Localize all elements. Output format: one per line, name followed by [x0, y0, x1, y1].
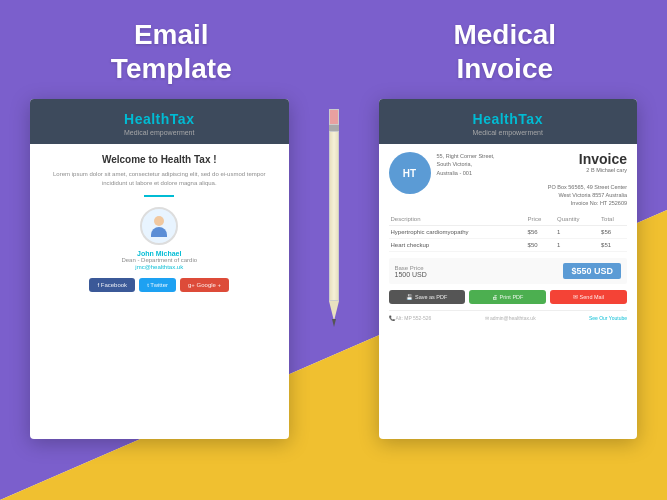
email-avatar-section: John Michael Dean - Department of cardio…: [42, 207, 277, 270]
invoice-table: Description Price Quantity Total Hypertr…: [389, 213, 628, 252]
person-head: [154, 216, 164, 226]
invoice-label: Invoice: [548, 152, 627, 166]
invoice-to-section: Invoice 2 B Michael cary PO Box 56565, 4…: [548, 152, 627, 207]
invoice-total-row: Base Price 1500 USD $550 USD: [389, 258, 628, 284]
medical-invoice-card: HealthTax Medical empowerment HT 55, Rig…: [379, 99, 638, 439]
row2-total: $51: [599, 239, 627, 252]
invoice-footer-phone: 📞 Alt: MP 552-526: [389, 315, 432, 321]
table-row: Hypertrophic cardiomyopathy $56 1 $56: [389, 226, 628, 239]
email-brand: HealthTax: [40, 111, 279, 127]
email-lorem-text: Lorem ipsum dolor sit amet, consectetur …: [42, 170, 277, 187]
row1-price: $56: [526, 226, 556, 239]
email-divider: [144, 195, 174, 197]
row1-desc: Hypertrophic cardiomyopathy: [389, 226, 526, 239]
table-row: Heart checkup $50 1 $51: [389, 239, 628, 252]
invoice-subtitle: Medical empowerment: [389, 129, 628, 136]
main-content: Email Template Medical Invoice HealthTax…: [0, 0, 667, 500]
email-body: Welcome to Health Tax ! Lorem ipsum dolo…: [30, 144, 289, 310]
social-buttons-row: f Facebook t Twitter g+ Google +: [42, 278, 277, 292]
pencil-body: [329, 131, 339, 301]
invoice-to-address: PO Box 56565, 49 Street Center West Vict…: [548, 174, 627, 199]
col-quantity: Quantity: [555, 213, 599, 226]
pencil-point: [332, 319, 336, 327]
row1-total: $56: [599, 226, 627, 239]
invoice-card-header: HealthTax Medical empowerment: [379, 99, 638, 144]
google-button[interactable]: g+ Google +: [180, 278, 229, 292]
invoice-to-name: 2 B Michael cary: [548, 166, 627, 174]
pencil: [328, 109, 340, 329]
invoice-action-buttons: 💾 Save as PDF 🖨 Print PDF ✉ Send Mail: [389, 290, 628, 304]
base-price-value: 1500 USD: [395, 271, 427, 278]
print-pdf-button[interactable]: 🖨 Print PDF: [469, 290, 546, 304]
total-amount: $550 USD: [563, 263, 621, 279]
invoice-number: Invoice No: HT 252609: [548, 199, 627, 207]
row2-price: $50: [526, 239, 556, 252]
background-container: Email Template Medical Invoice HealthTax…: [0, 0, 667, 500]
invoice-base-price: Base Price 1500 USD: [395, 265, 427, 278]
invoice-footer: 📞 Alt: MP 552-526 ✉ admin@healthtax.uk S…: [389, 310, 628, 321]
email-welcome-text: Welcome to Health Tax !: [42, 154, 277, 165]
email-subtitle: Medical empowerment: [40, 129, 279, 136]
row2-qty: 1: [555, 239, 599, 252]
person-email: jmc@healthtax.uk: [135, 264, 183, 270]
invoice-top-section: HT 55, Right Corner Street, South Victor…: [389, 152, 628, 207]
avatar-circle: [140, 207, 178, 245]
cards-row: HealthTax Medical empowerment Welcome to…: [0, 99, 667, 439]
send-mail-button[interactable]: ✉ Send Mail: [550, 290, 627, 304]
col-total: Total: [599, 213, 627, 226]
col-description: Description: [389, 213, 526, 226]
invoice-footer-link[interactable]: See Our Youtube: [589, 315, 627, 321]
row1-qty: 1: [555, 226, 599, 239]
facebook-button[interactable]: f Facebook: [89, 278, 135, 292]
person-name: John Michael: [137, 250, 181, 257]
email-card-header: HealthTax Medical empowerment: [30, 99, 289, 144]
invoice-body: HT 55, Right Corner Street, South Victor…: [379, 144, 638, 329]
pencil-tip: [329, 301, 339, 321]
invoice-logo-circle: HT: [389, 152, 431, 194]
twitter-button[interactable]: t Twitter: [139, 278, 176, 292]
email-template-title: Email Template: [111, 18, 232, 85]
row2-desc: Heart checkup: [389, 239, 526, 252]
avatar-person: [149, 216, 169, 236]
medical-invoice-title: Medical Invoice: [453, 18, 556, 85]
invoice-brand: HealthTax: [389, 111, 628, 127]
pencil-decoration: [319, 109, 349, 329]
email-template-card: HealthTax Medical empowerment Welcome to…: [30, 99, 289, 439]
invoice-footer-email: ✉ admin@healthtax.uk: [485, 315, 536, 321]
person-body: [151, 227, 167, 237]
col-price: Price: [526, 213, 556, 226]
pencil-eraser: [329, 109, 339, 125]
person-role: Dean - Department of cardio: [121, 257, 197, 263]
save-pdf-button[interactable]: 💾 Save as PDF: [389, 290, 466, 304]
titles-row: Email Template Medical Invoice: [0, 0, 667, 85]
invoice-from-address: 55, Right Corner Street, South Victoria,…: [431, 152, 548, 177]
